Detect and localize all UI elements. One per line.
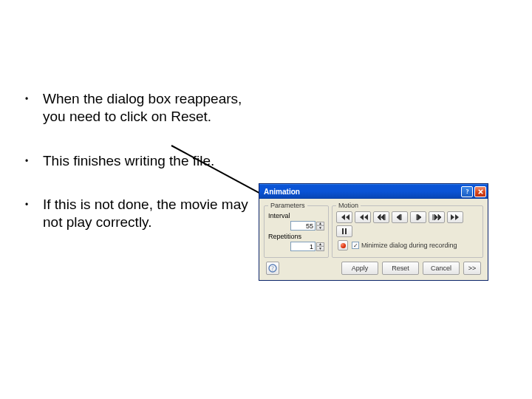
reset-button[interactable]: Reset xyxy=(382,262,419,275)
bullet-marker: • xyxy=(22,152,43,167)
interval-spin-down[interactable]: ▼ xyxy=(316,226,324,231)
motion-group: Motion ✓ xyxy=(332,202,483,258)
bullet-marker: • xyxy=(22,90,43,105)
repetitions-label: Repetitions xyxy=(268,233,324,240)
repetitions-spin-down[interactable]: ▼ xyxy=(316,247,324,251)
record-button[interactable] xyxy=(338,240,348,250)
minimize-checkbox[interactable]: ✓ Minimize dialog during recording xyxy=(352,242,457,249)
bullet-list: • When the dialog box reappears, you nee… xyxy=(22,90,259,258)
bullet-item: • This finishes writing the file. xyxy=(22,152,259,170)
motion-step-forward-button[interactable] xyxy=(447,211,463,223)
motion-next-button[interactable] xyxy=(410,211,426,223)
interval-input[interactable] xyxy=(290,221,316,231)
bullet-text: If this is not done, the movie may not p… xyxy=(43,196,259,231)
motion-step-back-button[interactable] xyxy=(355,211,371,223)
repetitions-input[interactable] xyxy=(290,242,316,251)
dialog-title: Animation xyxy=(264,188,460,196)
titlebar-close-button[interactable] xyxy=(474,186,486,197)
parameters-legend: Parameters xyxy=(268,202,307,209)
expand-button[interactable]: >> xyxy=(463,262,481,275)
titlebar-help-button[interactable]: ? xyxy=(461,186,473,197)
bullet-marker: • xyxy=(22,196,43,211)
dialog-help-button[interactable]: ? xyxy=(266,262,279,275)
motion-legend: Motion xyxy=(336,202,361,209)
motion-prev-button[interactable] xyxy=(392,211,408,223)
bullet-item: • If this is not done, the movie may not… xyxy=(22,196,259,231)
bullet-text: When the dialog box reappears, you need … xyxy=(43,90,259,126)
cancel-button[interactable]: Cancel xyxy=(423,262,460,275)
parameters-group: Parameters Interval ▲ ▼ Repetitions ▲ xyxy=(264,202,329,258)
checkbox-icon: ✓ xyxy=(352,242,359,249)
minimize-checkbox-label: Minimize dialog during recording xyxy=(361,242,457,249)
animation-dialog: Animation ? Parameters Interval ▲ ▼ xyxy=(259,183,488,281)
interval-spinner[interactable]: ▲ ▼ xyxy=(268,221,324,231)
dialog-titlebar[interactable]: Animation ? xyxy=(259,184,488,199)
apply-button[interactable]: Apply xyxy=(341,262,378,275)
svg-text:?: ? xyxy=(271,265,274,272)
bullet-item: • When the dialog box reappears, you nee… xyxy=(22,90,259,126)
motion-pause-button[interactable] xyxy=(336,225,352,237)
repetitions-spinner[interactable]: ▲ ▼ xyxy=(268,242,324,251)
record-icon xyxy=(341,243,346,248)
motion-rewind-start-button[interactable] xyxy=(336,211,352,223)
bullet-text: This finishes writing the file. xyxy=(43,152,259,170)
svg-text:?: ? xyxy=(466,188,468,195)
motion-prev-big-button[interactable] xyxy=(373,211,389,223)
motion-next-big-button[interactable] xyxy=(429,211,445,223)
interval-label: Interval xyxy=(268,212,324,219)
